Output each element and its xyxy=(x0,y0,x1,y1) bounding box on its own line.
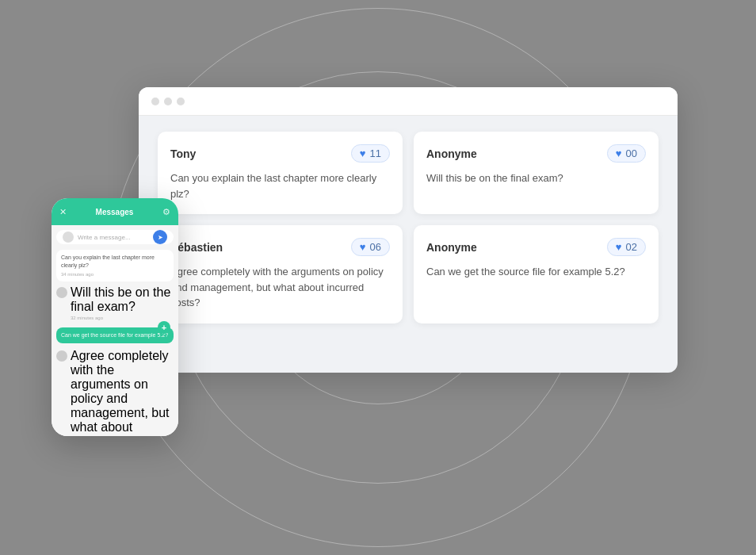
phone-avatar-msg4 xyxy=(56,350,67,362)
question-card-anon1: Anonyme ♥ 00 Will this be on the final e… xyxy=(414,132,659,214)
card-text-tony: Can you explain the last chapter more cl… xyxy=(170,170,390,201)
card-author-tony: Tony xyxy=(170,147,196,160)
phone-body: Write a message... ➤ Can you explain the… xyxy=(52,225,178,436)
likes-count-anon1: 00 xyxy=(626,147,637,159)
phone-search-input[interactable]: Write a message... xyxy=(78,234,149,241)
topbar-dot-1 xyxy=(151,98,159,105)
phone-message-1: Can you explain the last chapter more cl… xyxy=(56,250,174,281)
card-text-sebastien: Agree completely with the arguments on p… xyxy=(170,264,390,311)
question-card-tony: Tony ♥ 11 Can you explain the last chapt… xyxy=(158,132,403,214)
topbar-dot-3 xyxy=(177,98,185,105)
phone-close-button[interactable]: ✕ xyxy=(59,207,67,217)
heart-icon-sebastien: ♥ xyxy=(360,241,366,253)
phone-topbar: ✕ Messages ⚙ xyxy=(52,198,178,225)
phone-search-bar[interactable]: Write a message... ➤ xyxy=(56,230,174,244)
phone-search-avatar xyxy=(63,232,74,243)
message-text-3: Can we get the source file for example 5… xyxy=(61,332,168,338)
phone-message-highlight: Can we get the source file for example 5… xyxy=(56,327,174,343)
likes-count-sebastien: 06 xyxy=(370,241,381,253)
phone-title: Messages xyxy=(96,208,134,216)
heart-icon-anon2: ♥ xyxy=(616,241,622,253)
card-text-anon1: Will this be on the final exam? xyxy=(426,170,646,186)
card-author-anon1: Anonyme xyxy=(426,147,477,160)
card-text-anon2: Can we get the source file for example 5… xyxy=(426,264,646,280)
phone-message-2-wrapper: Will this be on the final exam? 32 minut… xyxy=(56,285,174,320)
heart-icon-anon1: ♥ xyxy=(616,147,622,159)
likes-count-anon2: 02 xyxy=(626,241,637,253)
phone-message-4: Agree completely with the arguments on p… xyxy=(71,349,174,436)
phone-avatar-msg2 xyxy=(56,287,67,298)
card-header-anon2: Anonyme ♥ 02 xyxy=(426,238,646,256)
send-icon: ➤ xyxy=(158,234,163,241)
topbar-dot-2 xyxy=(164,98,172,105)
card-header-anon1: Anonyme ♥ 00 xyxy=(426,144,646,163)
message-add-button[interactable]: + xyxy=(158,321,170,334)
message-text-2: Will this be on the final exam? xyxy=(71,285,174,314)
likes-count-tony: 11 xyxy=(370,147,381,159)
card-likes-sebastien: ♥ 06 xyxy=(351,238,390,256)
question-card-sebastien: Sébastien ♥ 06 Agree completely with the… xyxy=(158,225,403,323)
message-time-2: 32 minutes ago xyxy=(71,316,174,320)
phone-message-4-wrapper: Agree completely with the arguments on p… xyxy=(56,349,174,436)
card-likes-anon1: ♥ 00 xyxy=(607,144,646,163)
message-text-1: Can you explain the last chapter more cl… xyxy=(61,254,169,270)
phone-gear-icon[interactable]: ⚙ xyxy=(162,207,170,217)
heart-icon-tony: ♥ xyxy=(360,147,366,159)
card-header-tony: Tony ♥ 11 xyxy=(170,144,390,163)
desktop-content: Tony ♥ 11 Can you explain the last chapt… xyxy=(139,116,678,339)
card-likes-tony: ♥ 11 xyxy=(351,144,390,163)
desktop-topbar xyxy=(139,87,678,116)
question-card-anon2: Anonyme ♥ 02 Can we get the source file … xyxy=(414,225,659,323)
phone-send-button[interactable]: ➤ xyxy=(153,230,167,244)
message-text-4: Agree completely with the arguments on p… xyxy=(71,349,174,436)
mobile-phone: ✕ Messages ⚙ Write a message... ➤ Can yo… xyxy=(52,198,178,436)
desktop-card: Tony ♥ 11 Can you explain the last chapt… xyxy=(139,87,678,373)
card-author-anon2: Anonyme xyxy=(426,241,477,254)
card-header-sebastien: Sébastien ♥ 06 xyxy=(170,238,390,256)
card-likes-anon2: ♥ 02 xyxy=(607,238,646,256)
phone-message-3-container: Can we get the source file for example 5… xyxy=(56,326,174,345)
phone-message-2: Will this be on the final exam? 32 minut… xyxy=(71,285,174,320)
message-time-1: 34 minutes ago xyxy=(61,271,169,278)
